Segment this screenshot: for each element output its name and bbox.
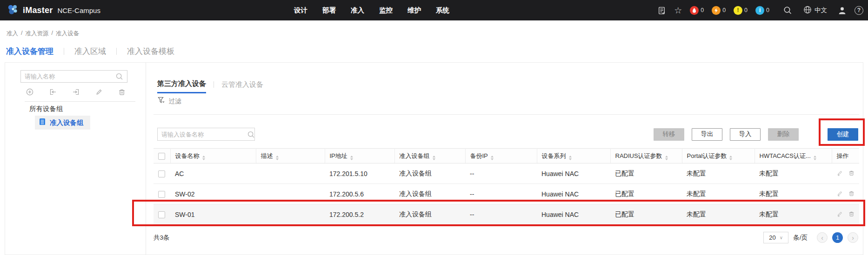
cell-device-name: SW-01 [170, 204, 256, 225]
col-header-ip[interactable]: IP地址 [325, 149, 394, 163]
col-header-hwtacacs[interactable]: HWTACACS认证... [754, 149, 832, 163]
sort-icon[interactable] [350, 156, 353, 160]
tab-cloud-managed-devices[interactable]: 云管准入设备 [221, 80, 263, 93]
row-checkbox[interactable] [158, 211, 165, 218]
cell-portal: 未配置 [682, 184, 754, 204]
col-header-description[interactable]: 描述 [256, 149, 325, 163]
search-icon[interactable] [783, 6, 792, 15]
col-header-portal[interactable]: Portal认证参数 [682, 149, 754, 163]
table-row-highlighted[interactable]: SW-01 172.200.5.2 准入设备组 -- Huawei NAC 已配… [154, 204, 859, 225]
add-group-icon[interactable] [26, 88, 34, 96]
page-size-unit: 条/页 [793, 234, 808, 242]
breadcrumb: 准入 / 准入资源 / 准入设备 [7, 30, 79, 38]
breadcrumb-item[interactable]: 准入资源 [25, 30, 48, 38]
language-label: 中文 [815, 6, 827, 14]
move-in-group-icon[interactable] [49, 88, 57, 96]
select-all-checkbox[interactable] [158, 153, 165, 160]
cell-series: Huawei NAC [537, 184, 610, 204]
search-icon[interactable] [115, 72, 127, 80]
delete-group-icon[interactable] [118, 88, 126, 96]
sort-icon[interactable] [276, 156, 279, 160]
edit-icon[interactable] [836, 170, 843, 177]
col-header-device-name[interactable]: 设备名称 [170, 149, 256, 163]
transfer-button[interactable]: 转移 [654, 128, 684, 141]
nav-item-deploy[interactable]: 部署 [322, 6, 336, 15]
sort-icon[interactable] [814, 156, 816, 160]
current-page-button[interactable]: 1 [832, 232, 843, 243]
create-button[interactable]: 创建 [828, 128, 858, 141]
minor-alarm-indicator[interactable]: ! 0 [734, 6, 748, 15]
export-button[interactable]: 导出 [692, 128, 722, 141]
sort-icon[interactable] [491, 156, 494, 160]
cell-group: 准入设备组 [394, 204, 465, 225]
delete-button[interactable]: 删除 [768, 128, 799, 141]
prev-page-button[interactable]: ‹ [817, 232, 828, 243]
delete-icon[interactable] [848, 190, 855, 197]
favorites-star-icon[interactable]: ☆ [674, 6, 682, 15]
device-type-tabs: 第三方准入设备 云管准入设备 [157, 79, 263, 93]
main-nav: 设计 部署 准入 监控 维护 系统 [294, 0, 449, 20]
page-size-value: 20 [769, 234, 775, 241]
delete-icon[interactable] [848, 210, 855, 217]
cell-group: 准入设备组 [394, 184, 465, 204]
search-icon[interactable] [247, 131, 259, 138]
tab-admission-device-management[interactable]: 准入设备管理 [6, 46, 53, 57]
topbar: iMaster NCE-Campus 设计 部署 准入 监控 维护 系统 ☆ 0 [0, 0, 868, 20]
cell-radius: 已配置 [610, 163, 682, 184]
nav-item-monitor[interactable]: 监控 [379, 6, 393, 15]
tab-admission-area[interactable]: 准入区域 [74, 46, 106, 57]
col-header-radius[interactable]: RADIUS认证参数 [610, 149, 682, 163]
next-page-button[interactable]: › [848, 232, 858, 243]
breadcrumb-item[interactable]: 准入设备 [56, 30, 79, 38]
language-switcher[interactable]: 中文 [803, 5, 827, 16]
tab-third-party-devices[interactable]: 第三方准入设备 [157, 79, 206, 93]
filter-toggle[interactable]: 过滤 [157, 96, 181, 106]
tree-root-all-device-groups[interactable]: 所有设备组 [29, 105, 63, 113]
nav-item-admission[interactable]: 准入 [351, 6, 364, 15]
sort-icon[interactable] [202, 156, 205, 160]
edit-group-icon[interactable] [95, 88, 103, 96]
table-controls: 转移 导出 导入 删除 创建 [157, 128, 858, 141]
sort-icon[interactable] [665, 156, 668, 160]
minor-alarm-count: 0 [744, 7, 748, 13]
nav-item-design[interactable]: 设计 [294, 6, 307, 15]
col-header-backup-ip[interactable]: 备份IP [465, 149, 537, 163]
major-alarm-indicator[interactable]: 0 [712, 6, 726, 15]
delete-icon[interactable] [848, 170, 855, 177]
page-size-select[interactable]: 20 ∨ [763, 232, 788, 243]
table-row[interactable]: SW-02 172.200.5.6 准入设备组 -- Huawei NAC 已配… [154, 184, 859, 204]
sort-icon[interactable] [569, 156, 572, 160]
edit-icon[interactable] [836, 190, 843, 197]
help-icon[interactable]: ? [855, 6, 863, 15]
device-search-input[interactable] [158, 128, 247, 140]
info-alarm-indicator[interactable]: i 0 [755, 6, 769, 15]
device-group-sidebar: 所有设备组 准入设备组 [5, 63, 146, 255]
critical-alarm-icon [690, 6, 699, 15]
table-row[interactable]: AC 172.201.5.10 准入设备组 -- Huawei NAC 已配置 … [154, 163, 859, 184]
row-checkbox[interactable] [158, 170, 165, 177]
nav-item-system[interactable]: 系统 [436, 6, 449, 15]
device-list-panel: 第三方准入设备 云管准入设备 过滤 [146, 63, 863, 255]
user-icon[interactable] [838, 6, 847, 15]
section-divider [154, 114, 859, 115]
col-header-series[interactable]: 设备系列 [537, 149, 610, 163]
nav-item-maintain[interactable]: 维护 [407, 6, 421, 15]
critical-alarm-indicator[interactable]: 0 [690, 6, 704, 15]
group-search-input[interactable] [21, 71, 115, 82]
info-alarm-count: 0 [766, 7, 769, 13]
tree-node-admission-device-group[interactable]: 准入设备组 [35, 116, 90, 130]
breadcrumb-item[interactable]: 准入 [7, 30, 18, 38]
action-buttons: 转移 导出 导入 删除 创建 [654, 128, 858, 141]
tab-admission-device-template[interactable]: 准入设备模板 [127, 46, 174, 57]
import-button[interactable]: 导入 [730, 128, 761, 141]
edit-icon[interactable] [836, 210, 843, 217]
task-list-icon[interactable] [657, 6, 666, 15]
row-checkbox[interactable] [158, 191, 165, 198]
sort-icon[interactable] [433, 156, 435, 160]
app-logo[interactable]: iMaster NCE-Campus [0, 3, 100, 18]
col-header-group[interactable]: 准入设备组 [394, 149, 465, 163]
cell-description [256, 204, 325, 225]
sort-icon[interactable] [729, 156, 732, 160]
cell-ip: 172.200.5.6 [325, 184, 394, 204]
move-out-group-icon[interactable] [72, 88, 80, 96]
